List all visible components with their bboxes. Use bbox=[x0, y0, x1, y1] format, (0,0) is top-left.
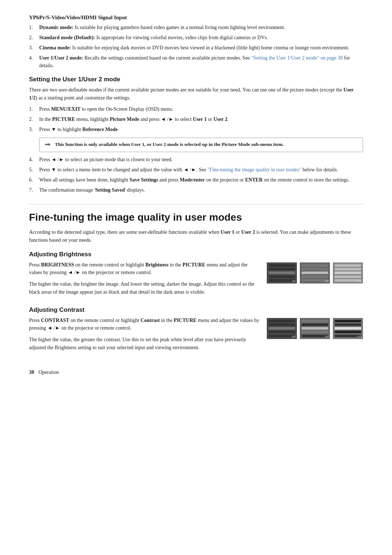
signal-items-list: 1. Dynamic mode: Is suitable for playing… bbox=[29, 24, 363, 69]
signal-heading: YPbPr/S-Video/Video/HDMI Signal Input bbox=[29, 15, 363, 21]
fine-tuning-intro: According to the detected signal type, t… bbox=[29, 228, 363, 244]
brightness-text-col: Press BRIGHTNESS on the remote control o… bbox=[29, 261, 260, 300]
list-item: 4. Press ◄ /► to select an picture mode … bbox=[29, 156, 363, 163]
contrast-heading: Adjusting Contrast bbox=[29, 306, 363, 314]
user-mode-steps: 1. Press MENU/EXIT to open the On-Screen… bbox=[29, 105, 363, 133]
user-mode-steps2: 4. Press ◄ /► to select an picture mode … bbox=[29, 156, 363, 194]
brightness-img-2: -50 bbox=[300, 262, 330, 283]
contrast-text-col: Press CONTRAST on the remote control or … bbox=[29, 317, 260, 355]
brightness-heading: Adjusting Brightness bbox=[29, 251, 363, 258]
brightness-subsection: Adjusting Brightness Press BRIGHTNESS on… bbox=[29, 251, 363, 300]
list-item: 7. The confirmation message 'Setting Sav… bbox=[29, 186, 363, 194]
list-item: 3. Cinema mode: Is suitable for enjoying… bbox=[29, 44, 363, 52]
brightness-content: Press BRIGHTNESS on the remote control o… bbox=[29, 261, 363, 300]
contrast-subsection: Adjusting Contrast Press CONTRAST on the… bbox=[29, 306, 363, 355]
footer: 38 Operation bbox=[29, 370, 363, 375]
note-text: This function is only available when Use… bbox=[55, 141, 284, 148]
user-mode-heading: Setting the User 1/User 2 mode bbox=[29, 76, 363, 83]
list-item: 6. When all settings have been done, hig… bbox=[29, 176, 363, 184]
contrast-img-3: +70 bbox=[333, 318, 363, 339]
list-item: 3. Press ▼ to highlight Reference Mode. bbox=[29, 126, 363, 133]
list-item: 2. In the PICTURE menu, highlight Pictur… bbox=[29, 115, 363, 123]
brightness-images: -30 -50 bbox=[267, 262, 363, 283]
list-item: 4. User 1/User 2 mode: Recalls the setti… bbox=[29, 54, 363, 69]
list-item: 5. Press ▼ to select a menu item to be c… bbox=[29, 166, 363, 174]
list-item: 2. Standard mode (Default): Is appropria… bbox=[29, 34, 363, 41]
contrast-text1: Press CONTRAST on the remote control or … bbox=[29, 317, 260, 332]
brightness-text1: Press BRIGHTNESS on the remote control o… bbox=[29, 261, 260, 277]
page-number: 38 bbox=[29, 370, 34, 375]
brightness-img-3: +70 bbox=[333, 262, 363, 283]
note-icon: ⮕ bbox=[45, 141, 51, 149]
footer-section-label: Operation bbox=[38, 370, 59, 375]
contrast-img-1: -30 bbox=[267, 318, 297, 339]
contrast-images: -30 -50 bbox=[267, 318, 363, 339]
fine-tuning-section: Fine-tuning the image quality in user mo… bbox=[29, 204, 363, 355]
list-item: 1. Dynamic mode: Is suitable for playing… bbox=[29, 24, 363, 31]
signal-section: YPbPr/S-Video/Video/HDMI Signal Input 1.… bbox=[29, 15, 363, 69]
brightness-img-1: -30 bbox=[267, 262, 297, 283]
brightness-text2: The higher the value, the brighter the i… bbox=[29, 280, 260, 296]
note-box: ⮕ This function is only available when U… bbox=[39, 138, 363, 152]
fine-tuning-heading: Fine-tuning the image quality in user mo… bbox=[29, 204, 363, 223]
contrast-img-2: -50 bbox=[300, 318, 330, 339]
user-mode-section: Setting the User 1/User 2 mode There are… bbox=[29, 76, 363, 194]
contrast-text2: The higher the value, the greater the co… bbox=[29, 336, 260, 351]
user-mode-intro: There are two user-definable modes if th… bbox=[29, 86, 363, 102]
contrast-content: Press CONTRAST on the remote control or … bbox=[29, 317, 363, 355]
list-item: 1. Press MENU/EXIT to open the On-Screen… bbox=[29, 105, 363, 113]
